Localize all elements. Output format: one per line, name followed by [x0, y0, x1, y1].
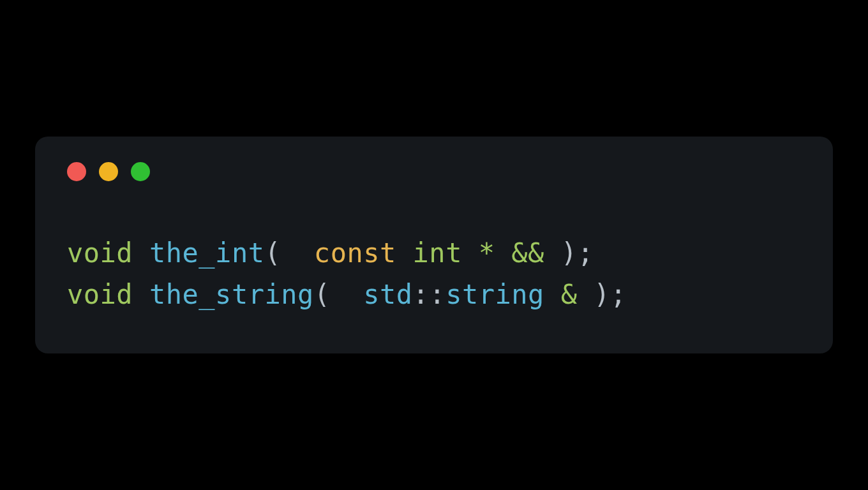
code-token: *	[479, 237, 495, 269]
code-token	[396, 237, 413, 269]
code-line: void the_string( std::string & );	[67, 274, 801, 315]
code-token	[462, 237, 479, 269]
minimize-icon[interactable]	[99, 162, 118, 181]
code-token: (	[314, 279, 331, 310]
code-block: void the_int( const int * && );void the_…	[67, 232, 801, 315]
code-token: string	[445, 279, 544, 310]
code-token	[281, 237, 314, 269]
code-token	[133, 237, 149, 269]
code-token: the_int	[149, 237, 265, 269]
code-token: )	[594, 279, 610, 310]
code-token	[133, 279, 149, 310]
code-token: the_string	[149, 279, 314, 310]
code-token: ;	[610, 279, 627, 310]
code-token	[495, 237, 512, 269]
code-line: void the_int( const int * && );	[67, 232, 801, 274]
code-token: void	[67, 279, 133, 310]
code-token	[544, 279, 561, 310]
code-token: ::	[413, 279, 446, 310]
code-token: )	[561, 237, 578, 269]
code-token: void	[67, 237, 133, 269]
code-window: void the_int( const int * && );void the_…	[35, 137, 833, 353]
code-token: int	[413, 237, 462, 269]
code-token: (	[264, 237, 281, 269]
code-token	[544, 237, 561, 269]
close-icon[interactable]	[67, 162, 86, 181]
window-titlebar	[67, 162, 801, 181]
code-token: &&	[511, 237, 544, 269]
code-token	[577, 279, 594, 310]
code-token: &	[561, 279, 578, 310]
maximize-icon[interactable]	[131, 162, 150, 181]
code-token: const	[314, 237, 396, 269]
code-token: ;	[578, 237, 594, 269]
code-token: std	[363, 279, 412, 310]
code-token	[331, 279, 364, 310]
